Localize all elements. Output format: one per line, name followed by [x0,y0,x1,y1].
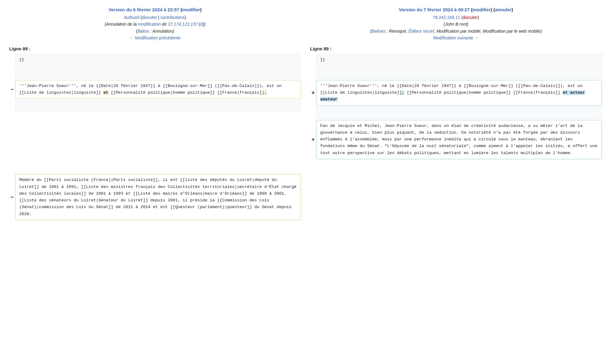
old-nav-line: ← Modification précédente [9,34,301,41]
added-cell: Fan de Jacquie et Michel, Jean-Pierre Su… [316,120,602,159]
deleted-change: . [264,90,267,95]
paren-text: ) [540,29,542,34]
minus-marker: − [9,86,15,93]
old-revision-header: Version du 6 février 2024 à 22:57 (modif… [9,6,301,41]
diff-row: + '''Jean-Pierre Sueur''', né le {{Date|… [310,80,602,106]
paren-text: ) ( [491,7,495,12]
comma-text: , [406,29,408,34]
new-title-line: Version du 7 février 2024 à 00:27 (modif… [310,6,602,13]
diff-text: [[Personnalité politique|homme politique… [108,90,264,95]
diff-row [310,107,602,118]
paren-text: ) [204,22,206,27]
old-author-line: Authueil (discuter | contributions) [9,14,301,21]
paren-text: ) [478,15,479,20]
old-version-link[interactable]: Version du 6 février 2024 à 22:57 [108,7,179,12]
old-contrib-link[interactable]: contributions [160,15,185,20]
summary-prefix: Annulation de la [106,22,138,27]
new-edit-link[interactable]: modifier [473,7,491,12]
undo-link[interactable]: annuler [495,7,511,12]
old-tag-line: (Balise : Annulation) [9,28,301,34]
prev-edit-link[interactable]: ← Modification précédente [130,35,181,40]
context-cell: }} [15,54,301,66]
diff-row [310,67,602,78]
new-ip-link[interactable]: 78.242.169.11 [433,15,460,20]
sep-text: | [157,15,160,20]
deleted-change: et [103,90,108,95]
summary-mid: de [161,22,168,27]
context-cell: }} [316,54,602,66]
modification-link[interactable]: modification [138,22,161,27]
summary-text: John B root [445,22,467,27]
tag-sep: : [385,29,389,34]
old-discuss-link[interactable]: discuter [142,15,157,20]
visual-editor-link[interactable]: Éditeur visuel [408,29,434,34]
context-cell-empty [15,67,301,78]
diff-text: [[Personnalité politique|homme politique… [404,90,562,95]
paren-text: ) [200,7,202,12]
diff-row: }} [9,54,301,66]
tag-sep: : [149,29,152,34]
old-summary-line: (Annulation de la modification de 37.174… [9,21,301,27]
old-lineno: Ligne 89 : [9,46,301,51]
paren-text: ) [511,7,513,12]
old-title-line: Version du 6 février 2024 à 22:57 (modif… [9,6,301,13]
new-discuss-link[interactable]: discuter [463,15,478,20]
new-version-link[interactable]: Version du 7 février 2024 à 00:27 [399,7,470,12]
diff-row [9,100,301,111]
paren-text: ) [173,29,174,34]
diff-row: − Membre du [[Parti socialiste (France)|… [9,174,301,220]
diff-row [9,67,301,78]
minus-marker: − [9,194,15,200]
next-edit-link[interactable]: Modification suivante → [433,35,479,40]
new-nav-line: Modification suivante → [310,34,602,41]
new-author-line: 78.242.169.11 (discuter) [310,14,602,21]
deleted-cell: Membre du [[Parti socialiste (France)|Pa… [15,174,301,220]
old-author-link[interactable]: Authueil [124,15,140,20]
context-cell-empty [316,67,602,78]
new-revision-header: Version du 7 février 2024 à 00:27 (modif… [310,6,602,41]
tag-value: Annulation [152,29,173,34]
plus-marker: + [310,136,316,143]
deleted-cell: '''Jean-Pierre Sueur''', né le {{Date|28… [15,80,301,99]
tag-link[interactable]: Balise [137,29,149,34]
added-cell: '''Jean-Pierre Sueur''', né le {{Date|28… [316,80,602,106]
new-summary-line: (John B root) [310,21,602,27]
diff-container: Version du 6 février 2024 à 22:57 (modif… [9,6,602,222]
diff-row: }} [310,54,602,66]
paren-text: ) [467,22,468,27]
diff-row: − '''Jean-Pierre Sueur''', né le {{Date|… [9,80,301,99]
context-cell-empty [15,100,301,111]
new-lineno: Ligne 89 : [310,46,602,51]
diff-row: + Fan de Jacquie et Michel, Jean-Pierre … [310,120,602,159]
old-revision-column: Version du 6 février 2024 à 22:57 (modif… [9,6,301,222]
new-tag-line: (Balises : Révoqué, Éditeur visuel, Modi… [310,28,602,34]
tag-rest: , Modification par mobile, Modification … [434,29,540,34]
new-revision-column: Version du 7 février 2024 à 00:27 (modif… [310,6,602,222]
tag-revoked: Révoqué [389,29,406,34]
context-cell-empty [316,107,602,118]
tag-link[interactable]: Balises [371,29,385,34]
ip-link[interactable]: 37.174.123.137 [168,22,198,27]
plus-marker: + [310,90,316,96]
paren-text: ) [185,15,186,20]
old-edit-link[interactable]: modifier [182,7,200,12]
